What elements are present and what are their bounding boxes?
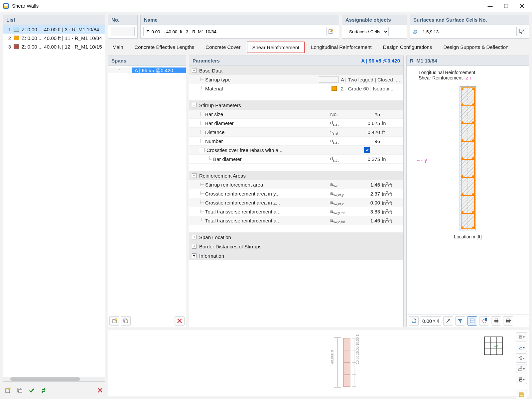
layers-button[interactable] [516, 353, 527, 363]
preview-panel: R_M1 10/84 Longitudinal Reinforcement Sh… [406, 56, 529, 327]
svg-point-32 [472, 139, 474, 141]
svg-point-38 [472, 193, 474, 195]
svg-rect-0 [3, 3, 9, 9]
tab-shear-reinforcement[interactable]: Shear Reinforcement [247, 42, 304, 53]
collapse-icon[interactable]: − [200, 148, 204, 152]
pick-surfaces-button[interactable] [516, 27, 526, 36]
spans-row[interactable]: 1 A | 96 #5 @0.420 [108, 66, 186, 74]
param-crossties[interactable]: − Crossties over free rebars with a... [189, 146, 403, 155]
tab-effective-lengths[interactable]: Concrete Effective Lengths [130, 42, 199, 53]
duplicate-item-button[interactable] [15, 386, 25, 395]
material-swatch [332, 86, 337, 91]
preview-filter-button[interactable] [455, 316, 465, 326]
tab-design-supports-deflection[interactable]: Design Supports & Deflection [439, 42, 513, 53]
svg-text:y: y [521, 346, 522, 349]
preview-refresh-button[interactable] [409, 316, 419, 326]
param-asw-z-tot[interactable]: └ Total transverse reinforcement a... as… [189, 216, 403, 225]
collapse-icon[interactable]: − [192, 173, 197, 178]
workspace: Spans 1 A | 96 #5 @0.420 Paramete [108, 56, 529, 327]
delete-item-button[interactable] [95, 386, 105, 395]
tab-design-configurations[interactable]: Design Configurations [378, 42, 437, 53]
list-item[interactable]: 2 Z: 0.00 ... 40.00 ft | 11 - R_M1 10/84 [3, 34, 105, 42]
param-distance[interactable]: ⊢ Distance ss,st 0.420 ft [189, 128, 403, 137]
list-label: Z: 0.00 ... 40.00 ft | 11 - R_M1 10/84 [22, 35, 102, 41]
check-button[interactable] [27, 386, 37, 395]
preview-print-button[interactable] [491, 316, 501, 326]
scale-button[interactable]: 10 [516, 364, 527, 373]
svg-rect-3 [504, 4, 508, 8]
parameters-header-right: A | 96 #5 @0.420 [361, 58, 400, 64]
delete-icon [97, 387, 103, 393]
transfer-button[interactable] [39, 386, 49, 395]
spans-grid[interactable]: 1 A | 96 #5 @0.420 [108, 66, 186, 315]
group-span-location[interactable]: + Span Location [189, 232, 403, 242]
tab-concrete-cover[interactable]: Concrete Cover [201, 42, 245, 53]
name-input[interactable] [143, 27, 324, 36]
param-value: 0.00 [354, 200, 382, 205]
list-item[interactable]: 1 Z: 0.00 ... 40.00 ft | 3 - R_M1 10/84 [3, 25, 105, 34]
location-label: Location x [ft] [454, 234, 481, 239]
spin-down-icon[interactable]: ▼ [437, 321, 440, 324]
copy-span-button[interactable] [121, 316, 131, 326]
param-asw-ct-z[interactable]: ⊢ Crosstie reinforcement area in z... as… [189, 198, 403, 207]
group-reinforcement-areas[interactable]: − Reinforcement Areas [189, 171, 403, 180]
new-span-icon [112, 318, 117, 324]
tab-longitudinal-reinforcement[interactable]: Longitudinal Reinforcement [306, 42, 376, 53]
maximize-button[interactable] [499, 1, 513, 11]
group-base-data[interactable]: − Base Data [189, 66, 403, 75]
preview-section-button[interactable] [467, 316, 477, 326]
list-body[interactable]: 1 Z: 0.00 ... 40.00 ft | 3 - R_M1 10/84 … [3, 25, 105, 377]
list-index: 3 [5, 44, 11, 50]
param-symbol: ds,st [330, 120, 354, 126]
expand-icon[interactable]: + [192, 235, 197, 239]
delete-span-button[interactable] [175, 316, 185, 326]
preview-body: Longitudinal Reinforcement Shear Reinfor… [407, 66, 529, 315]
new-span-button[interactable] [109, 316, 119, 326]
param-bar-diameter[interactable]: ⊢ Bar diameter ds,st 0.625 in [189, 119, 403, 128]
app-icon [3, 3, 9, 9]
param-asw-ct-y[interactable]: ⊢ Crosstie reinforcement area in y... as… [189, 189, 403, 198]
crossties-checkbox[interactable] [364, 147, 370, 153]
right-pane: No. Name Assignable objects Surfaces / C… [108, 12, 532, 399]
param-number[interactable]: ⊢ Number ns,st 96 [189, 137, 403, 146]
axes-button[interactable]: y [516, 343, 527, 352]
group-border-distances[interactable]: + Border Distances of Stirrups [189, 242, 403, 251]
location-spinner[interactable]: 0.00 ▾ ▲▼ [421, 316, 441, 326]
report-button[interactable] [516, 390, 527, 399]
minimize-button[interactable]: — [483, 1, 497, 11]
assignable-select[interactable]: Surfaces / Cells [345, 27, 389, 36]
collapse-icon[interactable]: − [192, 68, 197, 73]
preview-arrow-button[interactable] [443, 316, 453, 326]
param-unit: in [382, 120, 401, 126]
param-symbol: asw,z,tot [330, 217, 354, 224]
expand-icon[interactable]: + [192, 244, 197, 249]
expand-icon[interactable]: + [192, 253, 197, 258]
collapse-icon[interactable]: − [192, 103, 197, 107]
no-input[interactable] [111, 27, 135, 36]
param-bar-size[interactable]: ⊢ Bar size No. #5 [189, 110, 403, 119]
group-information[interactable]: + Information [189, 251, 403, 260]
close-button[interactable] [515, 1, 529, 11]
param-asw-y-tot[interactable]: ⊢ Total transverse reinforcement a... as… [189, 207, 403, 216]
preview-3d-button[interactable]: i [479, 316, 489, 326]
parameters-body[interactable]: − Base Data ⊢ Stirrup type A | Two legge… [189, 66, 403, 327]
view-cube-button[interactable] [516, 332, 527, 341]
preview-print-menu-button[interactable] [503, 316, 513, 326]
new-item-button[interactable] [3, 386, 13, 395]
param-material[interactable]: └ Material 2 - Grade 60 | Isotropi... [189, 84, 403, 93]
bottom-print-button[interactable] [516, 375, 527, 384]
param-stirrup-type[interactable]: ⊢ Stirrup type A | Two legged | Closed |… [189, 75, 403, 84]
group-title: Reinforcement Areas [199, 173, 246, 179]
param-asw[interactable]: ⊢ Stirrup reinforcement area asw 1.46 in… [189, 180, 403, 189]
tab-main[interactable]: Main [108, 42, 128, 53]
svg-point-35 [462, 175, 464, 177]
edit-name-button[interactable] [326, 27, 336, 36]
group-stirrup-params[interactable]: − Stirrup Parameters [189, 100, 403, 110]
surfaces-input[interactable] [420, 27, 514, 36]
param-ct-bar-diameter[interactable]: └ Bar diameter ds,ct 0.375 in [189, 155, 403, 164]
param-symbol: asw,ct,z [330, 199, 354, 206]
close-icon [520, 4, 524, 8]
left-toolbar [3, 384, 105, 396]
list-horizontal-scrollbar[interactable] [3, 377, 105, 381]
list-item[interactable]: 3 Z: 0.00 ... 40.00 ft | 12 - R_M1 10/15 [3, 42, 105, 51]
